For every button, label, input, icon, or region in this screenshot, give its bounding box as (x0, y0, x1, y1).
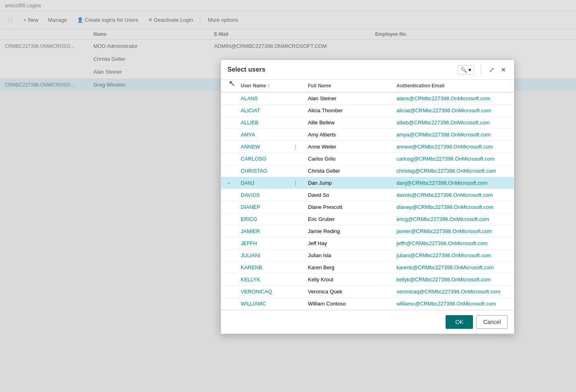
list-item[interactable]: KARENB Karen Berg karenb@CRMbc227398.OnM… (221, 262, 514, 274)
list-item[interactable]: VERONICAQ Veronica Quek veronicaq@CRMbc2… (221, 286, 514, 298)
row-username: ALLIEB (236, 117, 288, 129)
row-auth-email: dianep@CRMbc227398.OnMicrosoft.com (392, 201, 514, 213)
search-area[interactable]: 🔍 ▾ (458, 65, 474, 74)
row-auth-email: amya@CRMbc227398.OnMicrosoft.com (392, 129, 514, 141)
list-item[interactable]: → DANJ ⋮ Dan Jump danj@CRMbc227398.OnMic… (221, 177, 514, 189)
cancel-button[interactable]: Cancel (476, 315, 508, 329)
list-item[interactable]: AMYA Amy Alberts amya@CRMbc227398.OnMicr… (221, 129, 514, 141)
row-fullname: Anne Weiler (303, 141, 392, 153)
row-auth-email: annew@CRMbc227398.OnMicrosoft.com (392, 141, 514, 153)
row-username: WILLIAMC (236, 298, 288, 310)
search-dropdown-icon: ▾ (469, 67, 471, 73)
row-fullname: Veronica Quek (303, 286, 392, 298)
row-fullname: Amy Alberts (303, 129, 392, 141)
row-username: ANNEW (236, 141, 288, 153)
row-fullname: Diane Prescott (303, 201, 392, 213)
row-fullname: Jeff Hay (303, 237, 392, 250)
row-auth-email: aliciat@CRMbc227398.OnMicrosoft.com (392, 105, 514, 117)
row-fullname: Carlos Grilo (303, 153, 392, 165)
list-item[interactable]: DIANEP Diane Prescott dianep@CRMbc227398… (221, 201, 514, 213)
row-username: CHRISTAG (236, 165, 288, 177)
list-item[interactable]: ERICG Eric Gruber ericg@CRMbc227398.OnMi… (221, 213, 514, 225)
row-username: CARLOSG (236, 153, 288, 165)
row-username: DAVIDS (236, 189, 288, 201)
col-arrow-header (221, 80, 236, 92)
list-item[interactable]: WILLIAMC William Contoso williamc@CRMbc2… (221, 298, 514, 310)
row-fullname: Julian Isla (303, 250, 392, 262)
row-auth-email: karenb@CRMbc227398.OnMicrosoft.com (392, 262, 514, 274)
list-item[interactable]: CARLOSG Carlos Grilo carlosg@CRMbc227398… (221, 153, 514, 165)
row-fullname: William Contoso (303, 298, 392, 310)
row-auth-email: danj@CRMbc227398.OnMicrosoft.com (392, 177, 514, 189)
row-username: VERONICAQ (236, 286, 288, 298)
row-username: KELLYK (236, 274, 288, 286)
row-username: JULIANI (236, 250, 288, 262)
row-auth-email: alans@CRMbc227398.OnMicrosoft.com (392, 92, 514, 105)
row-selected-arrow: → (221, 177, 236, 189)
row-username: KARENB (236, 262, 288, 274)
row-auth-email: christag@CRMbc227398.OnMicrosoft.com (392, 165, 514, 177)
list-item[interactable]: ALICIAT Alicia Thomber aliciat@CRMbc2273… (221, 105, 514, 117)
row-fullname: Eric Gruber (303, 213, 392, 225)
row-fullname: David So (303, 189, 392, 201)
col-username-header[interactable]: User Name ↑ (236, 80, 288, 92)
row-username: ALANS (236, 92, 288, 105)
list-item[interactable]: JEFFH Jeff Hay jeffh@CRMbc227398.OnMicro… (221, 237, 514, 250)
row-username: AMYA (236, 129, 288, 141)
users-table: User Name ↑ Full Name Authentication Ema… (221, 80, 514, 310)
col-auth-email-header: Authentication Email (392, 80, 514, 92)
row-auth-email: carlosg@CRMbc227398.OnMicrosoft.com (392, 153, 514, 165)
ok-button[interactable]: OK (446, 315, 473, 329)
row-auth-email: jeffh@CRMbc227398.OnMicrosoft.com (392, 237, 514, 250)
row-username: ERICG (236, 213, 288, 225)
row-fullname: Dan Jump (303, 177, 392, 189)
row-username: DIANEP (236, 201, 288, 213)
row-fullname: Alan Steiner (303, 92, 392, 105)
header-separator (481, 65, 481, 74)
list-item[interactable]: JAMIER Jamie Reding jamier@CRMbc227398.O… (221, 225, 514, 237)
dialog-footer: OK Cancel (221, 310, 514, 334)
list-item[interactable]: DAVIDS David So davids@CRMbc227398.OnMic… (221, 189, 514, 201)
row-username: DANJ (236, 177, 288, 189)
expand-button[interactable]: ⤢ (487, 65, 496, 74)
list-item[interactable]: KELLYK Kelly Krout kellyk@CRMbc227398.On… (221, 274, 514, 286)
col-fullname-header: Full Name (303, 80, 392, 92)
search-icon: 🔍 (460, 67, 467, 73)
list-item[interactable]: JULIANI Julian Isla juliani@CRMbc227398.… (221, 250, 514, 262)
row-auth-email: williamc@CRMbc227398.OnMicrosoft.com (392, 298, 514, 310)
dialog-title: Select users (227, 66, 454, 73)
list-item[interactable]: ALANS Alan Steiner alans@CRMbc227398.OnM… (221, 92, 514, 105)
row-fullname: Christa Geller (303, 165, 392, 177)
row-auth-email: jamier@CRMbc227398.OnMicrosoft.com (392, 225, 514, 237)
row-auth-email: juliani@CRMbc227398.OnMicrosoft.com (392, 250, 514, 262)
row-username: JAMIER (236, 225, 288, 237)
row-auth-email: veronicaq@CRMbc227398.OnMicrosoft.com (392, 286, 514, 298)
dialog-header: Select users 🔍 ▾ ⤢ ✕ (221, 60, 514, 80)
row-username: JEFFH (236, 237, 288, 250)
row-auth-email: kellyk@CRMbc227398.OnMicrosoft.com (392, 274, 514, 286)
row-fullname: Karen Berg (303, 262, 392, 274)
row-fullname: Jamie Reding (303, 225, 392, 237)
dialog-body: User Name ↑ Full Name Authentication Ema… (221, 80, 514, 310)
close-button[interactable]: ✕ (499, 65, 508, 74)
row-context-menu[interactable]: ⋮ (288, 177, 303, 189)
select-users-dialog: Select users 🔍 ▾ ⤢ ✕ User Name ↑ Full Na (221, 60, 514, 334)
row-auth-email: ericg@CRMbc227398.OnMicrosoft.com (392, 213, 514, 225)
col-menu-header (288, 80, 303, 92)
row-auth-email: davids@CRMbc227398.OnMicrosoft.com (392, 189, 514, 201)
row-fullname: Allie Bellew (303, 117, 392, 129)
list-item[interactable]: CHRISTAG Christa Geller christag@CRMbc22… (221, 165, 514, 177)
row-context-menu[interactable]: ⋮ (288, 141, 303, 153)
row-fullname: Kelly Krout (303, 274, 392, 286)
list-item[interactable]: ANNEW ⋮ Anne Weiler annew@CRMbc227398.On… (221, 141, 514, 153)
row-fullname: Alicia Thomber (303, 105, 392, 117)
row-username: ALICIAT (236, 105, 288, 117)
row-auth-email: allieb@CRMbc227398.OnMicrosoft.com (392, 117, 514, 129)
dialog-actions: ⤢ ✕ (487, 65, 508, 74)
list-item[interactable]: ALLIEB Allie Bellew allieb@CRMbc227398.O… (221, 117, 514, 129)
